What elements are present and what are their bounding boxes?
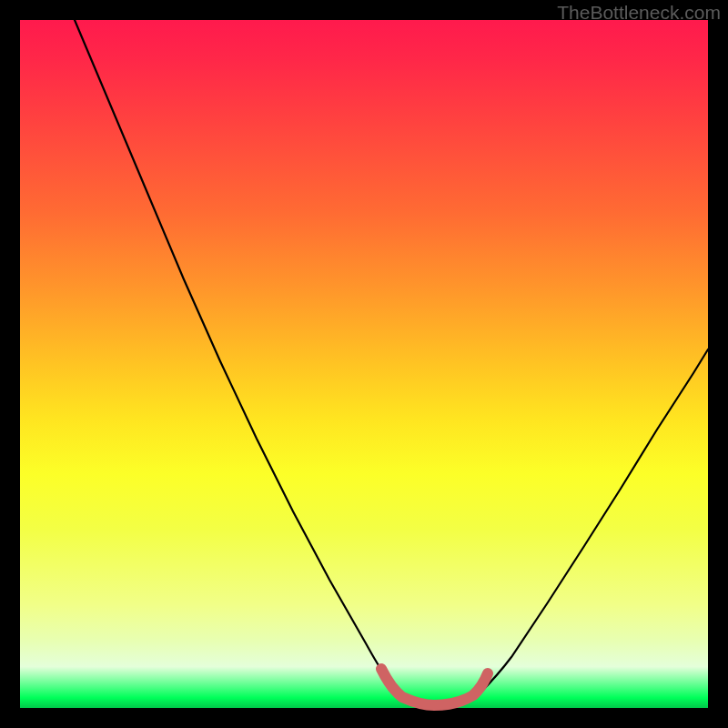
bottleneck-curve (75, 20, 708, 705)
watermark-text: TheBottleneck.com (557, 2, 721, 24)
plot-area (20, 20, 708, 708)
curve-layer (20, 20, 708, 708)
chart-frame: TheBottleneck.com (0, 0, 728, 728)
optimal-region (381, 669, 488, 705)
